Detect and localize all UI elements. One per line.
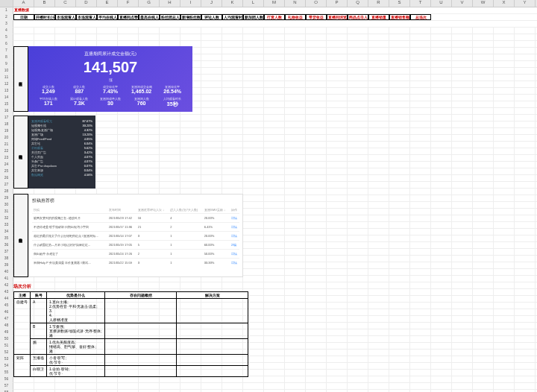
rank-col[interactable]: 直播推荐评论人次 ↓ (136, 206, 169, 214)
hdr-cell[interactable]: 评论人数 (201, 14, 222, 20)
analysis-row[interactable]: 自建号A1.直白主播; 2.优势在音·平和·无攻击·温柔; 3. 4. 人群精准… (14, 299, 248, 323)
hdr-cell[interactable]: 打赏人数 (264, 14, 285, 20)
col-C[interactable]: C (55, 0, 76, 7)
row-9[interactable]: 9 (0, 61, 13, 68)
detail-link[interactable]: 详情 (230, 259, 239, 268)
hdr-cell[interactable]: 总场次 (410, 14, 431, 20)
row-14[interactable]: 14 (0, 95, 13, 101)
row-22[interactable]: 22 (0, 148, 13, 155)
row-19[interactable]: 19 (0, 128, 13, 135)
row-17[interactable]: 17 (0, 115, 13, 121)
row-51[interactable]: 51 (0, 343, 13, 350)
hdr-cell[interactable]: 开播时长(分钟) (34, 14, 55, 20)
detail-link[interactable]: 详情 (230, 232, 239, 241)
col-Q[interactable]: Q (348, 0, 368, 7)
col-F[interactable]: F (118, 0, 139, 7)
row-50[interactable]: 50 (0, 336, 13, 343)
row-13[interactable]: 13 (0, 88, 13, 95)
row-52[interactable]: 52 (0, 350, 13, 356)
row-56[interactable]: 56 (0, 376, 13, 383)
rank-col[interactable]: 直播GMV贡献 ↓ (203, 206, 230, 214)
row-7[interactable]: 7 (0, 48, 13, 54)
col-A[interactable]: A (13, 0, 34, 7)
row-6[interactable]: 6 (0, 41, 13, 48)
row-46[interactable]: 46 (0, 309, 13, 316)
row-40[interactable]: 40 (0, 269, 13, 276)
hdr-cell[interactable]: 直播销售额 (389, 14, 410, 20)
row-49[interactable]: 49 (0, 329, 13, 336)
analysis-row[interactable]: 白呗卫1.合拍·听铃; 优·节专· (14, 366, 248, 377)
row-27[interactable]: 27 (0, 182, 13, 189)
col-N[interactable]: N (285, 0, 306, 7)
hdr-cell[interactable]: 平均在线人数 (97, 14, 118, 20)
row-10[interactable]: 10 (0, 68, 13, 75)
rank-col[interactable]: 进入人数(近7天人数) (169, 206, 202, 214)
corner-cell[interactable] (0, 0, 13, 7)
row-4[interactable]: 4 (0, 28, 13, 34)
col-O[interactable]: O (306, 0, 327, 7)
col-M[interactable]: M (264, 0, 285, 7)
row-41[interactable]: 41 (0, 276, 13, 282)
hdr-cell[interactable]: 新加团人数 (243, 14, 264, 20)
row-48[interactable]: 48 (0, 323, 13, 329)
row-18[interactable]: 18 (0, 121, 13, 128)
row-8[interactable]: 8 (0, 54, 13, 61)
hdr-cell[interactable]: 本场观看人次 (76, 14, 97, 20)
analysis-row[interactable]: 施1.优先美颜度高; 情绪高、胆气够、喜好·整体; 难 (14, 339, 248, 355)
row-57[interactable]: 57 (0, 383, 13, 390)
row-53[interactable]: 53 (0, 356, 13, 363)
row-29[interactable]: 29 (0, 195, 13, 202)
analysis-table[interactable]: 主播账号优势是什么存在问题概括解决方案 自建号A1.直白主播; 2.优势在音·平… (13, 291, 248, 377)
row-24[interactable]: 24 (0, 162, 13, 168)
hdr-cell[interactable]: 新增粉丝数 (180, 14, 201, 20)
row-23[interactable]: 23 (0, 155, 13, 162)
row-42[interactable]: 42 (0, 282, 13, 289)
analysis-row[interactable]: B1.节奏强; 直接讲数据·地毯式讲·无停·整体; 难 (14, 323, 248, 339)
row-15[interactable]: 15 (0, 101, 13, 108)
hdr-cell[interactable]: 粉丝团总人数 (160, 14, 180, 20)
rank-col[interactable]: 投稿 (32, 206, 107, 214)
row-32[interactable]: 32 (0, 215, 13, 222)
row-12[interactable]: 12 (0, 81, 13, 88)
col-V[interactable]: V (452, 0, 473, 7)
row-31[interactable]: 31 (0, 209, 13, 215)
col-G[interactable]: G (139, 0, 160, 7)
hdr-cell[interactable]: 直播间浏览量 (327, 14, 348, 20)
row-21[interactable]: 21 (0, 142, 13, 148)
detail-link[interactable]: 详情 (230, 250, 239, 259)
row-39[interactable]: 39 (0, 262, 13, 269)
row-43[interactable]: 43 (0, 289, 13, 296)
row-55[interactable]: 55 (0, 370, 13, 376)
col-I[interactable]: I (180, 0, 201, 7)
col-D[interactable]: D (76, 0, 97, 7)
col-T[interactable]: T (410, 0, 431, 7)
hdr-cell[interactable]: 日期 (13, 14, 34, 20)
row-5[interactable]: 5 (0, 34, 13, 41)
hdr-cell[interactable]: 商品点击人数 (348, 14, 368, 20)
row-2[interactable]: 2 (0, 14, 13, 21)
col-R[interactable]: R (368, 0, 389, 7)
detail-link[interactable]: 详情 (230, 223, 239, 232)
col-W[interactable]: W (473, 0, 494, 7)
hdr-cell[interactable]: 人均观看时长 (222, 14, 243, 20)
hdr-cell[interactable]: 直播间点赞数 (118, 14, 139, 20)
row-11[interactable]: 11 (0, 75, 13, 81)
col-P[interactable]: P (327, 0, 348, 7)
col-S[interactable]: S (389, 0, 410, 7)
row-25[interactable]: 25 (0, 168, 13, 175)
row-16[interactable]: 16 (0, 108, 13, 115)
row-35[interactable]: 35 (0, 235, 13, 242)
detail-link[interactable]: 2/编 (230, 241, 239, 250)
hdr-cell[interactable]: 礼物收益 (285, 14, 306, 20)
analysis-row[interactable]: 矩阵互播场小者·听写; 优·节专· (14, 355, 248, 366)
hdr-cell[interactable]: 带货收益 (306, 14, 327, 20)
col-U[interactable]: U (431, 0, 452, 7)
col-J[interactable]: J (201, 0, 222, 7)
col-H[interactable]: H (160, 0, 180, 7)
hdr-cell[interactable]: 最高在线人数 (139, 14, 160, 20)
rank-col[interactable]: 发布时间 (107, 206, 136, 214)
col-X[interactable]: X (494, 0, 515, 7)
row-47[interactable]: 47 (0, 316, 13, 323)
col-K[interactable]: K (222, 0, 243, 7)
rank-col[interactable]: 操作 (230, 206, 239, 214)
